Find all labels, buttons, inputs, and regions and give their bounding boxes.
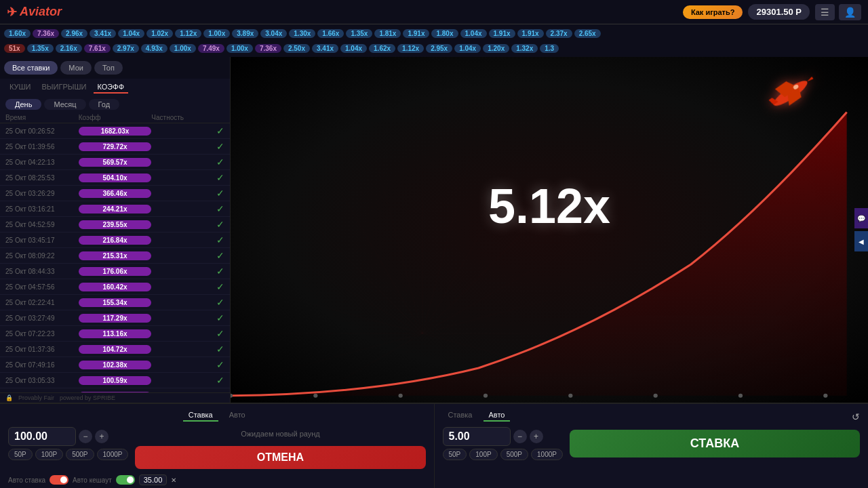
mult-badge[interactable]: 1.91x [489,29,515,38]
multiplier-rows: 1.60x7.36x2.96x3.41x1.04x1.02x1.12x1.00x… [0,24,868,57]
period-day[interactable]: День [5,99,41,110]
mult-badge[interactable]: 1.00x [170,44,196,53]
mult-badge[interactable]: 3.41x [312,44,338,53]
mult-badge[interactable]: 1.60x [4,29,31,38]
row-coeff: 160.42x [79,283,152,291]
mult-badge[interactable]: 1.66x [317,29,344,38]
mult-badge[interactable]: 4.93x [141,44,167,53]
left-amount-minus[interactable]: − [79,430,92,443]
mult-badge[interactable]: 1.04x [340,44,367,53]
sidebar-toggle-button[interactable]: ◀ [854,231,868,251]
auto-row-left: Авто ставка Авто кешаут 35.00 ✕ [8,474,426,485]
game-area: 5.12x [231,57,868,403]
header-kushi[interactable]: КУШИ [5,81,35,94]
tab-top-bets[interactable]: Топ [94,61,123,75]
cancel-button[interactable]: ОТМЕНА [135,446,425,469]
mult-badge[interactable]: 3.04x [260,29,287,38]
sidebar: Все ставки Мои Топ КУШИ ВЫИГРЫШИ КОЭФФ Д… [0,57,231,403]
user-button[interactable]: 👤 [839,4,861,20]
mult-badge[interactable]: 1.35x [27,44,54,53]
left-amount-input[interactable] [8,427,76,446]
tab-my-bets[interactable]: Мои [60,61,92,75]
quick-100p-right[interactable]: 100P [469,449,497,460]
mult-badge[interactable]: 2.16x [56,44,82,53]
auto-stavka-toggle[interactable] [50,475,68,485]
header-koeff[interactable]: КОЭФФ [94,81,128,94]
row-coeff: 244.21x [79,205,152,214]
quick-500p-left[interactable]: 500P [66,449,94,460]
mult-badge[interactable]: 1.80x [431,29,458,38]
row-coeff: 155.34x [79,298,152,307]
cashout-value: 35.00 [139,474,167,485]
mult-badge[interactable]: 7.36x [255,44,281,53]
quick-1000p-right[interactable]: 1000P [531,449,563,460]
menu-button[interactable]: ☰ [815,4,835,20]
left-tab-auto[interactable]: Авто [224,409,251,422]
auto-cashout-toggle[interactable] [116,475,135,485]
period-year[interactable]: Год [89,99,120,110]
chat-button[interactable]: 💬 [854,208,868,228]
left-tab-stavka[interactable]: Ставка [183,409,218,422]
cashout-x: ✕ [171,476,176,484]
mult-badge[interactable]: 7.36x [33,29,59,38]
mult-badge[interactable]: 1.00x [203,29,230,38]
row-time: 25 Окт 03:16:21 [5,205,79,213]
mult-badge[interactable]: 3.89x [232,29,258,38]
mult-badge[interactable]: 1.00x [226,44,253,53]
mult-badge[interactable]: 1.91x [517,29,544,38]
mult-badge[interactable]: 1.12x [397,44,424,53]
row-time: 25 Окт 02:22:41 [5,299,79,306]
quick-100p-left[interactable]: 100P [35,449,63,460]
mult-badge[interactable]: 7.61x [84,44,111,53]
right-amount-minus[interactable]: − [513,430,527,443]
mult-badge[interactable]: 1.12x [175,29,201,38]
row-check-icon: ✓ [151,235,224,245]
powered-by: powered by SPRIBE [60,394,115,401]
row-check-icon: ✓ [151,157,224,167]
quick-50p-left[interactable]: 50P [8,449,33,460]
mult-badge[interactable]: 1.62x [369,44,395,53]
quick-500p-right[interactable]: 500P [500,449,528,460]
quick-50p-right[interactable]: 50P [443,449,467,460]
main-area: Все ставки Мои Топ КУШИ ВЫИГРЫШИ КОЭФФ Д… [0,57,868,403]
col-time: Время [5,114,79,121]
right-tab-stavka[interactable]: Ставка [443,409,478,422]
mult-badge[interactable]: 1.04x [118,29,144,38]
tab-all-bets[interactable]: Все ставки [4,61,58,75]
quick-1000p-left[interactable]: 1000P [97,449,129,460]
mult-badge[interactable]: 7.49x [198,44,224,53]
header-vyigryshi[interactable]: ВЫИГРЫШИ [38,81,91,94]
right-amount-input[interactable] [443,427,511,446]
mult-badge[interactable]: 1.02x [146,29,173,38]
mult-badge[interactable]: 1.20x [483,44,509,53]
mult-badge[interactable]: 2.96x [61,29,87,38]
refresh-icon[interactable]: ↺ [852,411,860,422]
right-tab-auto[interactable]: Авто [484,409,511,422]
mult-badge[interactable]: 2.37x [546,29,572,38]
table-row: 25 Окт 03:27:49 117.29x ✓ [0,310,230,326]
mult-badge[interactable]: 1.91x [403,29,429,38]
right-amount-plus[interactable]: + [530,430,543,443]
mult-badge[interactable]: 1.04x [454,44,481,53]
mult-badge[interactable]: 1.30x [289,29,315,38]
mult-badge[interactable]: 2.95x [426,44,452,53]
mult-badge[interactable]: 1.81x [374,29,401,38]
mult-badge[interactable]: 2.65x [574,29,601,38]
mult-badge[interactable]: 1.35x [346,29,372,38]
how-to-play-button[interactable]: Как играть? [683,5,743,19]
right-panel-tabs: Ставка Авто [443,409,511,422]
mult-badge[interactable]: 3.41x [90,29,116,38]
mult-badge[interactable]: 1.3 [540,44,559,53]
row-coeff: 239.55x [79,220,152,229]
mult-badge[interactable]: 1.04x [460,29,487,38]
mult-badge[interactable]: 51x [4,44,25,53]
left-amount-plus[interactable]: + [95,430,108,443]
left-panel-tabs: Ставка Авто [8,409,426,422]
mult-badge[interactable]: 2.97x [113,44,139,53]
table-row: 25 Окт 03:16:21 244.21x ✓ [0,201,230,217]
period-month[interactable]: Месяц [44,99,85,110]
bet-button[interactable]: СТАВКА [570,430,860,458]
table-row: 25 Окт 00:26:52 1682.03x ✓ [0,123,230,139]
mult-badge[interactable]: 1.32x [511,44,538,53]
mult-badge[interactable]: 2.50x [283,44,310,53]
